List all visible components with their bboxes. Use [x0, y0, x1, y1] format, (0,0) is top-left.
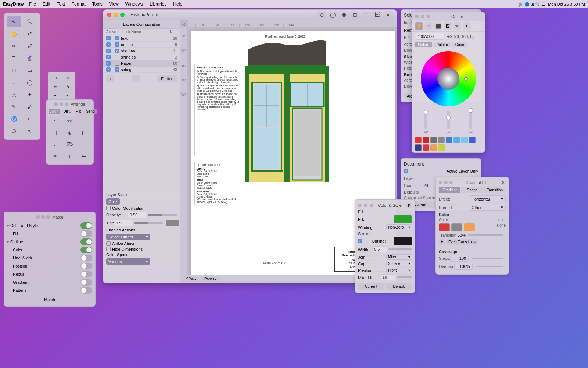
swatch-midgray[interactable]	[438, 137, 445, 143]
swatch-red[interactable]	[415, 137, 422, 143]
swatch-skyblue[interactable]	[461, 137, 468, 143]
cs-default-btn[interactable]: Default	[386, 283, 412, 290]
color-mod-checkbox[interactable]	[106, 206, 111, 210]
cs-width-slider[interactable]	[388, 248, 412, 250]
maximize-btn[interactable]	[120, 13, 125, 17]
tool-pentagon[interactable]: ⬠	[7, 125, 21, 137]
cs-width-input[interactable]: 0.5	[372, 246, 387, 252]
tool-eyedrop[interactable]: 🔮	[23, 53, 37, 64]
match-gradient-toggle[interactable]	[80, 279, 92, 286]
cw-slider-track-00[interactable]	[424, 111, 427, 129]
cs-miter-input[interactable]: 10	[381, 274, 395, 280]
layer-lock-siding[interactable]: ✓	[115, 67, 119, 72]
swatch-cobalt[interactable]	[469, 137, 476, 143]
menu-view[interactable]: View	[106, 1, 122, 7]
gf-p-btn[interactable]: p	[500, 180, 506, 185]
cw-slider-track-00b[interactable]	[469, 111, 472, 129]
tool-oval[interactable]: ◯	[23, 77, 37, 88]
swatch-crimson[interactable]	[423, 144, 429, 151]
cs-fill-swatch[interactable]	[394, 215, 412, 223]
match-color-toggle[interactable]	[80, 247, 92, 253]
swatch-orange[interactable]	[430, 144, 437, 151]
cs-position-select[interactable]: Front ▾	[386, 268, 412, 273]
swatch-gray[interactable]	[430, 137, 437, 143]
gf-steps-slider[interactable]	[472, 258, 503, 259]
cs-join-select[interactable]: Miter ▾	[386, 254, 412, 260]
footer-layer-select[interactable]: Paper	[201, 276, 220, 282]
arrange-tab-flip[interactable]: Flip	[74, 109, 83, 114]
toolbar-shapes[interactable]: ◯	[328, 11, 338, 18]
layer-lock-paper[interactable]	[115, 61, 119, 66]
swatch-lime[interactable]	[438, 144, 445, 151]
menu-help[interactable]: Help	[170, 1, 185, 7]
tool-pan[interactable]: ✋	[7, 28, 21, 39]
select-others-btn[interactable]: Select Others ▾	[106, 234, 150, 240]
align-mr[interactable]: ⊢	[78, 128, 90, 138]
tint-input[interactable]: 0.50	[114, 220, 132, 226]
cw-slider-track-a0[interactable]	[447, 111, 450, 129]
swatch-darkred[interactable]	[423, 137, 429, 143]
layer-active-paper[interactable]: ✓	[106, 61, 111, 66]
active-layer-checkbox[interactable]: ✓	[404, 169, 408, 173]
gf-tab-transition[interactable]: Transition	[484, 187, 506, 193]
flatten-btn[interactable]: Flatten	[157, 75, 177, 82]
menu-edit[interactable]: Edit	[40, 1, 53, 7]
gf-overlap-val[interactable]: 100%	[454, 263, 473, 270]
menu-format[interactable]: Format	[69, 1, 89, 7]
match-nexus-toggle[interactable]	[80, 271, 92, 277]
layer-active-siding[interactable]: ✓	[106, 67, 111, 72]
zoom-fit-btn[interactable]: ⊡	[50, 74, 61, 82]
cs-min[interactable]	[364, 204, 368, 207]
hide-dims-checkbox[interactable]	[106, 247, 111, 251]
footer-zoom-select[interactable]: 90%	[183, 276, 199, 282]
cw-tab-cube[interactable]: Cube	[452, 42, 467, 47]
layer-lock-shadow[interactable]: ✓	[115, 49, 119, 53]
align-tc[interactable]: ⌤	[63, 116, 76, 127]
toolbar-img[interactable]: 🖼	[372, 11, 382, 18]
cs-max[interactable]	[370, 204, 373, 207]
gf-max[interactable]	[449, 181, 453, 184]
toolbar-layers[interactable]: ⊕	[317, 11, 327, 18]
tool-star[interactable]: ✦	[23, 89, 37, 100]
cs-close[interactable]	[358, 204, 362, 207]
align-bc[interactable]: ⌦	[63, 139, 76, 149]
match-button[interactable]: Match	[7, 296, 92, 303]
layer-remove-btn[interactable]: −	[132, 75, 140, 82]
gf-min[interactable]	[444, 181, 448, 184]
cw-hex-input[interactable]	[415, 33, 444, 40]
cs-stroke-swatch[interactable]	[394, 237, 412, 245]
tool-rect[interactable]: □	[7, 65, 21, 76]
gf-tab-gradient[interactable]: Gradient	[439, 187, 460, 193]
gf-transition-slider[interactable]	[468, 234, 503, 236]
align-ml[interactable]: ⊣	[49, 128, 61, 138]
align-tl[interactable]: ⌜	[49, 116, 61, 127]
cw-color-wheel[interactable]	[421, 51, 476, 106]
toolbar-path[interactable]: ⬟	[339, 11, 349, 18]
match-outline-toggle[interactable]	[80, 238, 92, 245]
toolbar-text[interactable]: T	[361, 11, 371, 18]
cw-color-wheel-btn[interactable]: 🎨	[415, 22, 423, 30]
gf-tab-shape[interactable]: Shape	[461, 187, 483, 193]
zoom-out2-btn[interactable]: −	[62, 91, 73, 99]
cs-p-btn[interactable]: p	[406, 203, 412, 208]
minimize-btn[interactable]	[114, 13, 118, 17]
align-row1[interactable]: ⇔	[49, 151, 61, 161]
cw-sliders-btn[interactable]: ≡	[424, 22, 433, 30]
tool-free[interactable]: ∿	[23, 125, 37, 137]
match-pos-toggle[interactable]	[80, 263, 92, 269]
cw-minimize[interactable]	[421, 15, 424, 18]
layer-add-btn[interactable]: +	[106, 75, 114, 82]
align-row2[interactable]: ↕	[63, 151, 76, 161]
gf-close[interactable]	[439, 181, 442, 184]
active-above-checkbox[interactable]	[106, 241, 111, 246]
gf-swatch-gray[interactable]	[451, 223, 462, 231]
layer-lock-shingles[interactable]	[115, 55, 119, 59]
cs-outline-check[interactable]: ✓	[358, 239, 362, 243]
tool-poly[interactable]: △	[7, 89, 21, 100]
match-fill-toggle[interactable]	[80, 230, 92, 237]
tool-select[interactable]: ↖	[7, 16, 21, 27]
toolbar-dims[interactable]: ⊞	[350, 11, 360, 18]
cs-winding-select[interactable]: Non-Zero ▾	[386, 224, 412, 230]
match-pattern-toggle[interactable]	[80, 287, 92, 294]
cw-star-btn[interactable]: ✦	[463, 22, 471, 30]
